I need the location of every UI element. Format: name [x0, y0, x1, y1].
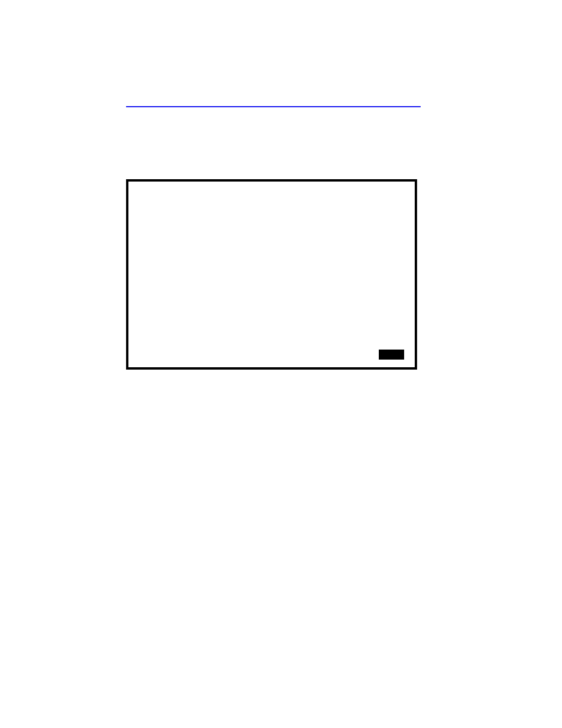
redaction-block	[379, 350, 404, 360]
page	[0, 0, 562, 728]
horizontal-rule	[126, 106, 421, 107]
outlined-box	[126, 179, 417, 370]
